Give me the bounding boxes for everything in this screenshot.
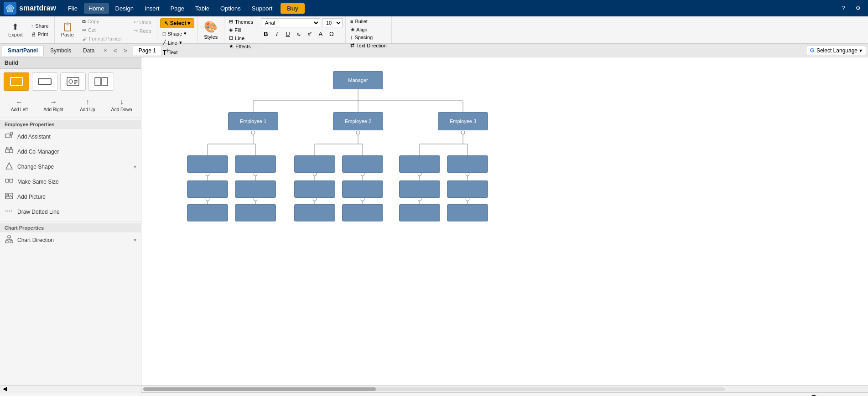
bold-button[interactable]: B: [261, 29, 271, 39]
l2-node-3[interactable]: [294, 155, 335, 173]
add-right-button[interactable]: → Add Right: [38, 96, 69, 114]
add-co-manager-item[interactable]: Add Co-Manager: [0, 144, 141, 159]
paste-button[interactable]: 📋 Paste: [57, 21, 78, 39]
employee1-node[interactable]: Employee 1: [228, 112, 278, 130]
l3-node-2[interactable]: [235, 180, 276, 198]
spacing-button[interactable]: ↕ Spacing: [348, 34, 389, 41]
print-button[interactable]: 🖨 Print: [28, 31, 52, 38]
scroll-left-arrow[interactable]: ◀: [0, 386, 10, 392]
make-same-size-item[interactable]: Make Same Size: [0, 174, 141, 189]
l4-node-2[interactable]: [235, 204, 276, 221]
undo-icon: ↩: [134, 19, 138, 25]
themes-button[interactable]: ⊞ Themes: [227, 18, 255, 25]
superscript-button[interactable]: x²: [305, 29, 315, 39]
manager-node[interactable]: Manager: [333, 71, 383, 89]
build-icon-two[interactable]: [88, 72, 114, 91]
panel-close-button[interactable]: ×: [101, 46, 109, 55]
add-left-button[interactable]: ← Add Left: [4, 96, 35, 114]
l4-node-3[interactable]: [294, 204, 335, 221]
fill-button[interactable]: ◈ Fill: [227, 26, 255, 33]
l2-node-2[interactable]: [235, 155, 276, 173]
font-row: Arial 10: [261, 18, 343, 27]
zoom-slider[interactable]: [800, 395, 846, 396]
l3-node-6[interactable]: [447, 180, 488, 198]
svg-rect-8: [74, 83, 76, 84]
undo-button[interactable]: ↩ Undo: [131, 18, 154, 26]
italic-button[interactable]: I: [272, 29, 282, 39]
cut-button[interactable]: ✂ Cut: [79, 26, 125, 34]
font-name-select[interactable]: Arial: [261, 18, 320, 27]
buy-button[interactable]: Buy: [281, 3, 305, 14]
nav-options[interactable]: Options: [216, 3, 245, 14]
effects-button[interactable]: ★ Effects: [227, 43, 255, 50]
bullet-button[interactable]: ≡ Bullet: [348, 18, 389, 25]
nav-home[interactable]: Home: [84, 3, 109, 14]
page-nav-next[interactable]: >: [121, 46, 130, 55]
copy-button[interactable]: ⧉ Copy: [79, 18, 125, 26]
subscript-button[interactable]: x₂: [294, 29, 304, 39]
settings-icon[interactable]: ⚙: [852, 2, 864, 15]
logo-text: smartdraw: [19, 4, 56, 12]
change-shape-item[interactable]: Change Shape ▾: [0, 159, 141, 174]
l2-node-6[interactable]: [447, 155, 488, 173]
l3-node-4[interactable]: [342, 180, 383, 198]
add-up-button[interactable]: ↑ Add Up: [72, 96, 104, 114]
add-assistant-icon: [5, 132, 14, 141]
font-size-select[interactable]: 10: [322, 18, 343, 27]
build-icon-person[interactable]: [60, 72, 86, 91]
make-same-size-icon: [5, 177, 14, 186]
nav-support[interactable]: Support: [247, 3, 277, 14]
file-group: ⬆ Export ↑ Share 🖨 Print: [2, 16, 55, 43]
employee3-node[interactable]: Employee 3: [438, 112, 488, 130]
add-picture-item[interactable]: Add Picture: [0, 189, 141, 204]
nav-insert[interactable]: Insert: [140, 3, 164, 14]
select-button[interactable]: ↖ Select ▾: [160, 18, 194, 28]
language-selector[interactable]: G Select Language ▾: [806, 46, 866, 55]
line-dropdown-icon: ▾: [179, 40, 182, 46]
canvas-scroll[interactable]: Manager Employee 1 Employee 2 Employee 3: [141, 57, 868, 385]
build-icon-wide[interactable]: [32, 72, 57, 91]
text-direction-button[interactable]: ⇄ Text Direction: [348, 42, 389, 49]
nav-design[interactable]: Design: [111, 3, 138, 14]
l4-node-6[interactable]: [447, 204, 488, 221]
page-tab[interactable]: Page 1: [133, 45, 162, 56]
nav-table[interactable]: Table: [191, 3, 214, 14]
export-button[interactable]: ⬆ Export: [5, 21, 26, 39]
employee2-node[interactable]: Employee 2: [333, 112, 383, 130]
nav-file[interactable]: File: [63, 3, 82, 14]
add-assistant-item[interactable]: Add Assistant: [0, 129, 141, 144]
special-chars-button[interactable]: Ω: [327, 29, 337, 39]
shape-button[interactable]: □ Shape ▾: [160, 30, 194, 37]
share-button[interactable]: ↑ Share: [28, 22, 52, 30]
horizontal-scrollbar[interactable]: [143, 387, 725, 391]
scrollbar-thumb[interactable]: [143, 387, 376, 391]
build-icon-box[interactable]: [4, 72, 29, 91]
l4-node-1[interactable]: [187, 204, 228, 221]
draw-dotted-line-item[interactable]: Draw Dotted Line: [0, 204, 141, 219]
l2-node-4[interactable]: [342, 155, 383, 173]
l3-node-1[interactable]: [187, 180, 228, 198]
l4-node-5[interactable]: [399, 204, 440, 221]
add-down-button[interactable]: ↓ Add Down: [106, 96, 137, 114]
format-painter-button[interactable]: 🖌 Format Painter: [79, 35, 125, 42]
l2-node-5[interactable]: [399, 155, 440, 173]
l4-node-4[interactable]: [342, 204, 383, 221]
page-nav-prev[interactable]: <: [110, 46, 120, 55]
tab-symbols[interactable]: Symbols: [45, 46, 77, 56]
l3-node-3[interactable]: [294, 180, 335, 198]
align-button[interactable]: ⊞ Align: [348, 26, 389, 33]
redo-button[interactable]: ↪ Redo: [131, 27, 154, 35]
add-page-button[interactable]: +: [163, 46, 172, 56]
styles-button[interactable]: 🎨 Styles: [200, 19, 221, 41]
tab-data[interactable]: Data: [78, 46, 100, 56]
line2-button[interactable]: ⊟ Line: [227, 35, 255, 41]
help-icon[interactable]: ?: [837, 2, 850, 15]
font-color-button[interactable]: A: [316, 29, 326, 39]
underline-button[interactable]: U: [283, 29, 293, 39]
nav-page[interactable]: Page: [166, 3, 189, 14]
chart-direction-item[interactable]: Chart Direction ▾: [0, 232, 141, 247]
tab-smartpanel[interactable]: SmartPanel: [2, 45, 44, 56]
l3-node-5[interactable]: [399, 180, 440, 198]
l2-node-1[interactable]: [187, 155, 228, 173]
canvas-area[interactable]: Manager Employee 1 Employee 2 Employee 3: [141, 57, 868, 385]
